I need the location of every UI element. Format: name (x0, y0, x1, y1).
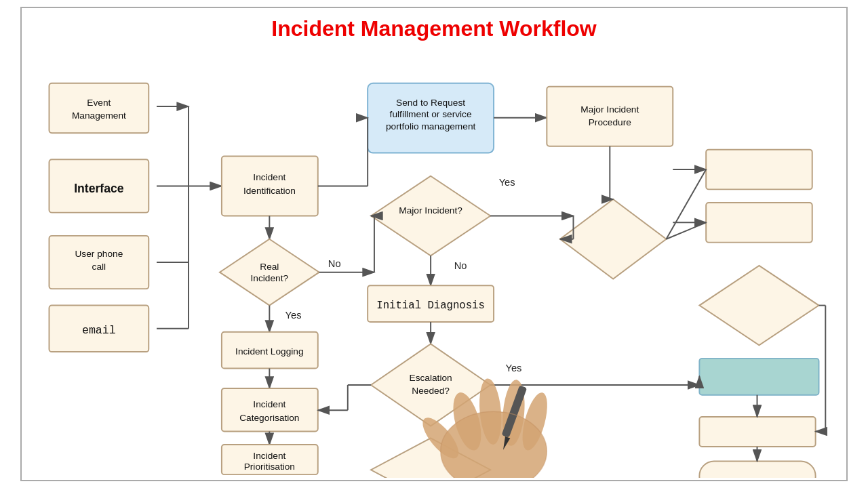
send-to-request-label3: portfolio management (386, 121, 476, 131)
blank-box-2 (706, 203, 812, 243)
blank-box-3 (699, 417, 815, 447)
main-container: Incident Management Workflow Event Manag… (20, 7, 848, 481)
incident-id-label2: Identification (243, 186, 296, 196)
incident-categorisation-box (222, 388, 318, 432)
incident-pri-label2: Prioritisation (244, 462, 295, 472)
major-incident-proc-label1: Major Incident (580, 104, 639, 115)
interface-label: Interface (74, 182, 124, 195)
event-management-label2: Management (72, 110, 126, 121)
incident-id-label: Incident (253, 172, 285, 182)
major-incident-diamond (371, 176, 490, 256)
send-to-request-label2: fulfillment or service (390, 109, 472, 119)
escalation-label2: Needed? (412, 386, 450, 396)
initial-diagnosis-label: Initial Diagnosis (376, 300, 485, 312)
incident-pri-label: Incident (253, 451, 285, 461)
svg-line-29 (666, 169, 706, 239)
real-incident-label2: Incident? (251, 273, 289, 283)
page-title: Incident Management Workflow (22, 8, 846, 47)
blank-box-1 (706, 150, 812, 190)
user-phone-call-label2: call (92, 262, 106, 272)
real-incident-diamond (220, 239, 319, 306)
yes-label-2: Yes (499, 177, 515, 188)
svg-line-30 (666, 222, 706, 239)
user-phone-call-label: User phone (75, 249, 123, 259)
diagram-area: Event Management Interface User phone ca… (22, 47, 846, 478)
yes-label-3: Yes (505, 363, 521, 373)
major-incident-label: Major Incident? (399, 205, 462, 216)
incident-cat-label: Incident (253, 399, 285, 409)
event-management-label: Event (87, 98, 111, 108)
real-incident-label: Real (260, 262, 279, 272)
send-to-request-label1: Send to Request (396, 98, 465, 108)
incident-cat-label2: Categorisation (239, 413, 299, 423)
right-diamond-1 (560, 199, 667, 279)
incident-logging-label: Incident Logging (235, 346, 303, 357)
event-management-box (49, 83, 149, 133)
right-diamond-2 (699, 266, 818, 345)
teal-box (699, 359, 818, 395)
rounded-box-bottom (699, 462, 815, 478)
email-label: email (82, 324, 116, 337)
yes-label-1: Yes (285, 310, 302, 321)
no-label-1: No (328, 258, 341, 269)
no-label-2: No (454, 260, 467, 271)
major-incident-procedure-box (547, 87, 673, 146)
escalation-label: Escalation (410, 373, 452, 383)
major-incident-proc-label2: Procedure (589, 117, 631, 127)
